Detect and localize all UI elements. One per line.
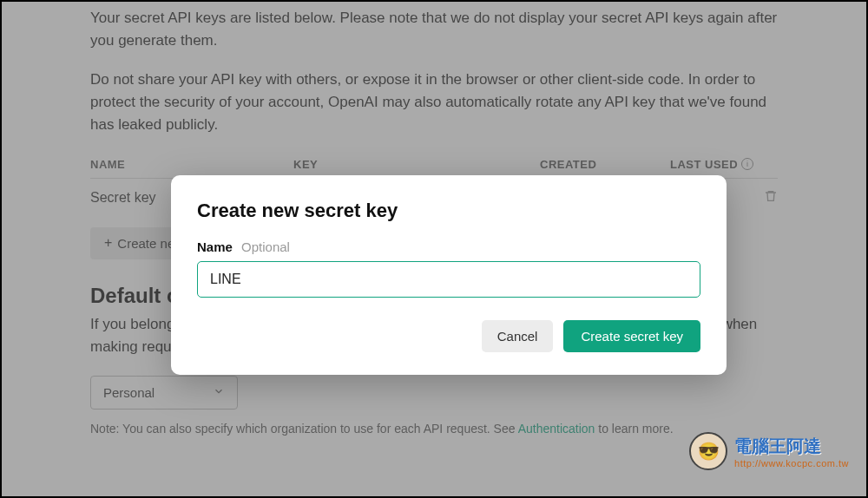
name-field-label: Name Optional [197,239,700,254]
watermark-title: 電腦王阿達 [734,435,849,458]
watermark: 😎 電腦王阿達 http://www.kocpc.com.tw [689,432,849,470]
create-secret-key-modal: Create new secret key Name Optional Canc… [171,175,727,375]
watermark-url: http://www.kocpc.com.tw [734,458,849,469]
cancel-button[interactable]: Cancel [482,320,554,352]
modal-title: Create new secret key [197,200,700,222]
mascot-icon: 😎 [689,432,727,470]
key-name-input[interactable] [197,261,700,298]
create-secret-key-button[interactable]: Create secret key [563,320,700,352]
